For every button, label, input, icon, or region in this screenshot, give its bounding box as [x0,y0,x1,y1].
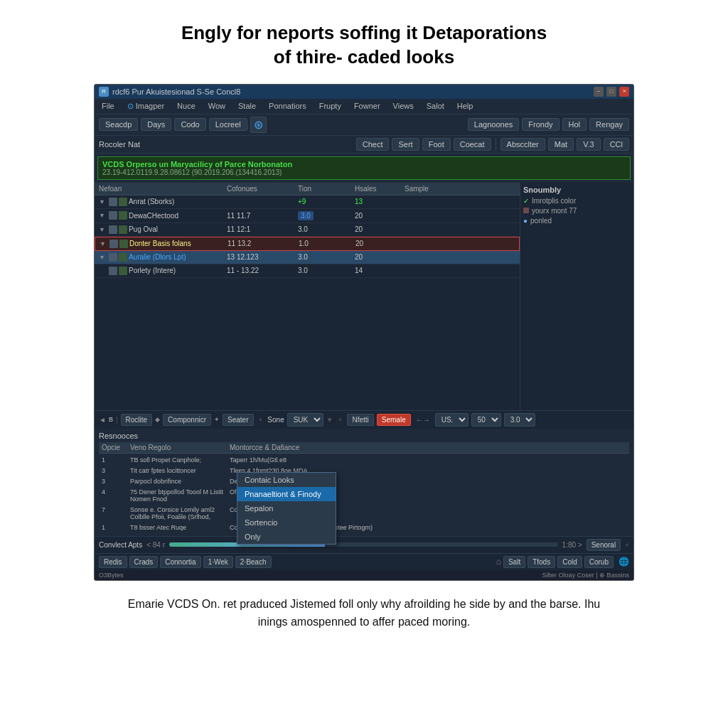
status-bar: O3Bytes Silter Oloay Coser | ⊕ Bassins [95,570,633,580]
menu-file[interactable]: File [99,100,117,112]
close-button[interactable]: ✕ [619,87,629,97]
btn-ccl[interactable]: CCl [604,138,629,151]
btn-redis[interactable]: Redis [99,556,127,568]
btn-salt[interactable]: Salt [503,556,525,568]
btn-codo[interactable]: Codo [174,118,205,131]
row6-col1: 11 - 13.22 [227,267,298,274]
row-icon [109,225,117,234]
context-menu: Contaic Looks Pnanaeltiont & Finody Sepa… [237,472,336,545]
row5-name: ▼ Auralie (Dlors Lpt) [99,253,227,262]
btn-lagnoones[interactable]: Lagnoones [468,118,519,131]
table-row[interactable]: ▼ DewaCHectood 11 11.7 3.0 20 [95,209,520,223]
btn-abscclter[interactable]: Abscclter [500,138,545,151]
ctx-item-2[interactable]: Pnanaeltiont & Finody [237,487,336,501]
col-cofonues: Cofonues [227,185,298,193]
col-sample: Sample [405,185,454,193]
menu-stale[interactable]: Stale [235,100,259,112]
btn-seacdp[interactable]: Seacdp [99,118,138,131]
menu-imagper[interactable]: ⊙ Imagper [124,100,167,112]
col-hsales: Hsales [355,185,405,193]
menu-ponnatiors[interactable]: Ponnatiors [266,100,309,112]
menu-frupty[interactable]: Frupty [316,100,344,112]
btn-seater[interactable]: Seater [223,414,253,426]
maximize-button[interactable]: □ [606,87,616,97]
btn-2beach[interactable]: 2·Beach [235,556,272,568]
ctx-item-3[interactable]: Sepalon [237,501,336,515]
btn-nfetti[interactable]: Nfetti [347,414,373,426]
btn-locreel[interactable]: Locreel [209,118,247,131]
table-row-selected[interactable]: ▼ Donter Basis folans 11 13.2 1.0 20 [95,237,520,251]
btn-days[interactable]: Days [141,118,171,131]
us-select[interactable]: US. [435,413,469,427]
btn-roclite[interactable]: Roclite [121,414,153,426]
num30-select[interactable]: 3.0 [504,413,535,427]
menu-views[interactable]: Views [390,100,417,112]
btn-foot[interactable]: Foot [422,138,451,151]
num50-select[interactable]: 50 [471,413,501,427]
diamond-icon: ◆ [155,416,160,423]
menu-wow[interactable]: Wow [205,100,228,112]
btn-semale[interactable]: Semale [377,414,411,426]
right-panel-title: Snoumbly [523,186,631,194]
response-row: 3 Parpocl dobrifince Derer Ptptzr 771 3.… [99,476,629,487]
row3-col1: 11 12:1 [227,225,298,233]
ctx-item-1[interactable]: Contaic Looks [237,473,336,487]
menu-fowner[interactable]: Fowner [351,100,383,112]
connect-right: 1:80 > [562,541,582,549]
btn-cold[interactable]: Cold [557,556,582,568]
imagper-icon: ⊙ [127,102,134,111]
menu-help[interactable]: Help [454,100,476,112]
data-table[interactable]: ▼ Anrat (Sborks) +9 13 ▼ [95,196,520,410]
btn-mat[interactable]: Mat [548,138,574,151]
suk-select[interactable]: SUK [287,413,323,427]
btn-hol[interactable]: Hol [562,118,587,131]
minimize-button[interactable]: − [594,87,604,97]
ctx-item-4[interactable]: Sortencio [237,515,336,530]
col-tion: Tion [298,185,355,193]
connect-bar: Convlect Apts < 84 r 1:80 > Senoral + [95,536,633,553]
main-panel: Nefoan Cofonues Tion Hsales Sample ▼ Anr… [95,183,520,410]
table-row[interactable]: ▼ Anrat (Sborks) +9 13 [95,196,520,209]
panel-item-2: yourx mont 77 [523,207,631,215]
menu-salot[interactable]: Salot [424,100,447,112]
row5-col1: 13 12.123 [227,253,298,261]
ctx-item-5[interactable]: Only [237,530,336,544]
table-row[interactable]: ▼ Pug Oval 11 12:1 3.0 20 [95,223,520,237]
btn-chect[interactable]: Chect [356,138,390,151]
row6-col2: 3.0 [298,267,355,274]
row4-name: ▼ Donter Basis folans [100,240,228,248]
row6-col3: 14 [355,267,405,274]
row-icon [109,240,118,248]
row3-col2: 3.0 [298,225,355,233]
btn-crads[interactable]: Crads [129,556,159,568]
progress-bar [169,542,558,547]
menu-nuce[interactable]: Nuce [174,100,198,112]
row2-col2: 3.0 [298,211,355,220]
dropdown-arrow: ▼ [326,416,333,424]
check-icon: ✓ [523,197,529,205]
table-row[interactable]: ▼ Auralie (Dlors Lpt) 13 12.123 3.0 20 [95,251,520,264]
row5-col2: 3.0 [298,253,355,261]
btn-senoral[interactable]: Senoral [587,539,621,551]
btn-componnicr[interactable]: Componnicr [163,414,211,426]
btn-corub[interactable]: Corub [584,556,614,568]
status-left: O3Bytes [99,572,124,579]
btn-tfods[interactable]: Tfods [528,556,555,568]
btn-rengay[interactable]: Rengay [589,118,629,131]
response-area: Resnooces Opcie Veno Regolo Montorcce & … [95,429,633,536]
btn-connortia[interactable]: Connortia [160,556,200,568]
bottom-nav-container: Redis Crads Connortia 1·Wek 2·Beach ⌂ Sa… [95,553,633,570]
btn-sert[interactable]: Sert [392,138,419,151]
row2-col3: 20 [355,212,405,220]
btn-1wek[interactable]: 1·Wek [203,556,233,568]
table-row[interactable]: Porlety (Intere) 11 - 13.22 3.0 14 [95,264,520,278]
row-icon [109,253,117,262]
btn-v3[interactable]: V.3 [577,138,601,151]
content-area: Nefoan Cofonues Tion Hsales Sample ▼ Anr… [95,183,633,410]
expand-icon: ▼ [99,226,105,233]
row-icon [109,267,117,275]
btn-frondy[interactable]: Frondy [522,118,559,131]
btn-coecat[interactable]: Coecat [454,138,491,151]
expand-icon: ▼ [99,198,105,205]
main-toolbar: Seacdp Days Codo Locreel ⊛ Lagnoones Fro… [95,114,633,136]
